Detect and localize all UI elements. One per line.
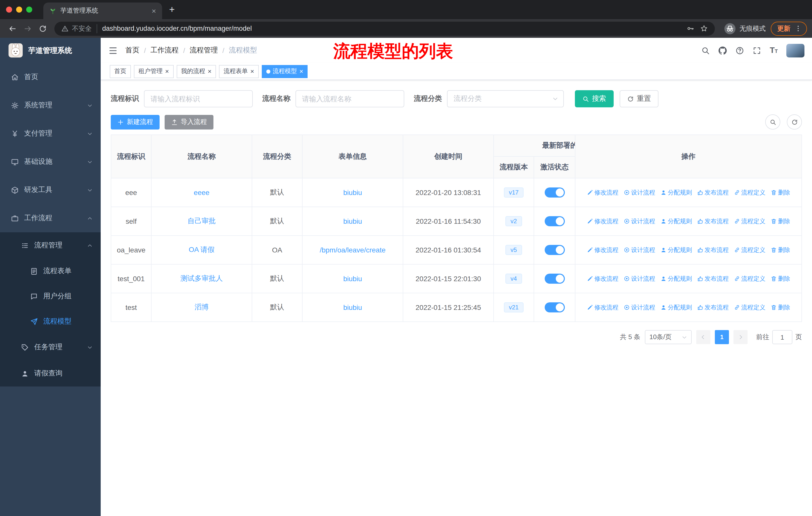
- action-delete[interactable]: 删除: [771, 303, 790, 312]
- process-name-link[interactable]: 滔博: [195, 303, 209, 311]
- zoom-window-button[interactable]: [26, 6, 32, 12]
- active-toggle[interactable]: [545, 274, 564, 284]
- browser-menu-icon[interactable]: [794, 25, 802, 32]
- active-toggle[interactable]: [545, 216, 564, 226]
- forward-button[interactable]: [20, 21, 35, 36]
- process-name-link[interactable]: 测试多审批人: [180, 274, 223, 282]
- reset-button[interactable]: 重置: [620, 90, 659, 107]
- form-link[interactable]: biubiu: [343, 217, 362, 225]
- action-publish[interactable]: 发布流程: [697, 188, 729, 197]
- action-design[interactable]: 设计流程: [624, 188, 655, 197]
- action-edit[interactable]: 修改流程: [587, 188, 618, 197]
- action-definition[interactable]: 流程定义: [734, 303, 765, 312]
- avatar[interactable]: [786, 44, 805, 57]
- sidebar-item-8[interactable]: 用户分组: [0, 284, 101, 309]
- tag-1[interactable]: 租户管理×: [134, 65, 173, 78]
- sidebar-item-2[interactable]: 支付管理: [0, 119, 101, 147]
- form-link[interactable]: biubiu: [343, 275, 362, 283]
- page-size-select[interactable]: 10条/页: [645, 330, 692, 344]
- form-link[interactable]: biubiu: [343, 303, 362, 311]
- filter-name-input[interactable]: [295, 90, 404, 107]
- sidebar-item-4[interactable]: 研发工具: [0, 176, 101, 204]
- tab-close-icon[interactable]: ×: [151, 6, 156, 15]
- action-assign[interactable]: 分配规则: [660, 188, 692, 197]
- action-definition[interactable]: 流程定义: [734, 274, 765, 283]
- reload-button[interactable]: [35, 21, 50, 36]
- close-icon[interactable]: ×: [250, 67, 254, 75]
- action-delete[interactable]: 删除: [771, 188, 790, 197]
- process-name-link[interactable]: eeee: [194, 188, 209, 196]
- action-publish[interactable]: 发布流程: [697, 246, 729, 254]
- process-name-link[interactable]: 自己审批: [187, 217, 216, 225]
- sidebar-item-11[interactable]: 请假查询: [0, 360, 101, 386]
- page-1-button[interactable]: 1: [715, 330, 729, 344]
- close-icon[interactable]: ×: [208, 67, 211, 75]
- sidebar-item-3[interactable]: 基础设施: [0, 147, 101, 176]
- breadcrumb-item-1[interactable]: 工作流程: [150, 46, 179, 55]
- action-edit[interactable]: 修改流程: [587, 246, 618, 254]
- search-icon[interactable]: [701, 46, 710, 55]
- action-edit[interactable]: 修改流程: [587, 274, 618, 283]
- filter-category-select[interactable]: 流程分类: [447, 90, 564, 107]
- next-page-button[interactable]: [733, 330, 748, 344]
- action-delete[interactable]: 删除: [771, 246, 790, 254]
- font-size-icon[interactable]: TT: [770, 46, 778, 55]
- update-chip[interactable]: 更新: [771, 21, 807, 35]
- help-icon[interactable]: [735, 46, 744, 55]
- action-definition[interactable]: 流程定义: [734, 246, 765, 254]
- active-toggle[interactable]: [545, 187, 564, 197]
- action-design[interactable]: 设计流程: [624, 274, 655, 283]
- action-definition[interactable]: 流程定义: [734, 217, 765, 225]
- back-button[interactable]: [5, 21, 20, 36]
- refresh-table-button[interactable]: [787, 114, 802, 130]
- action-assign[interactable]: 分配规则: [660, 274, 692, 283]
- action-delete[interactable]: 删除: [771, 217, 790, 225]
- close-icon[interactable]: ×: [165, 67, 169, 75]
- sidebar-item-7[interactable]: 流程表单: [0, 259, 101, 284]
- address-bar[interactable]: 不安全 dashboard.yudao.iocoder.cn/bpm/manag…: [54, 21, 715, 35]
- active-toggle[interactable]: [545, 302, 564, 313]
- filter-id-input[interactable]: [144, 90, 253, 107]
- fullscreen-icon[interactable]: [753, 46, 761, 55]
- bookmark-star-icon[interactable]: [700, 25, 708, 32]
- action-edit[interactable]: 修改流程: [587, 303, 618, 312]
- action-assign[interactable]: 分配规则: [660, 303, 692, 312]
- action-design[interactable]: 设计流程: [624, 217, 655, 225]
- process-name-link[interactable]: OA 请假: [189, 245, 215, 253]
- key-icon[interactable]: [687, 25, 694, 32]
- new-tab-button[interactable]: +: [169, 4, 175, 15]
- sidebar-item-9[interactable]: 流程模型: [0, 309, 101, 334]
- toggle-search-button[interactable]: [765, 114, 780, 130]
- goto-page-input[interactable]: [772, 330, 792, 344]
- action-assign[interactable]: 分配规则: [660, 217, 692, 225]
- action-publish[interactable]: 发布流程: [697, 274, 729, 283]
- security-chip[interactable]: 不安全: [61, 24, 97, 33]
- tag-4[interactable]: 流程模型×: [262, 65, 308, 78]
- active-toggle[interactable]: [545, 245, 564, 255]
- action-edit[interactable]: 修改流程: [587, 217, 618, 225]
- action-publish[interactable]: 发布流程: [697, 303, 729, 312]
- tag-0[interactable]: 首页: [110, 65, 131, 78]
- sidebar-item-0[interactable]: 首页: [0, 63, 101, 91]
- sidebar-item-6[interactable]: 流程管理: [0, 232, 101, 259]
- browser-tab[interactable]: 芋道管理系统 ×: [43, 2, 162, 19]
- minimize-window-button[interactable]: [16, 6, 22, 12]
- form-link[interactable]: biubiu: [343, 188, 362, 196]
- app-logo-row[interactable]: 芋道管理系统: [0, 38, 101, 63]
- action-design[interactable]: 设计流程: [624, 246, 655, 254]
- breadcrumb-item-2[interactable]: 流程管理: [190, 46, 218, 55]
- sidebar-item-1[interactable]: 系统管理: [0, 91, 101, 119]
- action-delete[interactable]: 删除: [771, 274, 790, 283]
- import-process-button[interactable]: 导入流程: [165, 115, 213, 129]
- action-assign[interactable]: 分配规则: [660, 246, 692, 254]
- action-publish[interactable]: 发布流程: [697, 217, 729, 225]
- prev-page-button[interactable]: [696, 330, 710, 344]
- sidebar-item-5[interactable]: 工作流程: [0, 204, 101, 232]
- action-definition[interactable]: 流程定义: [734, 188, 765, 197]
- action-design[interactable]: 设计流程: [624, 303, 655, 312]
- close-window-button[interactable]: [6, 6, 12, 12]
- create-process-button[interactable]: 新建流程: [111, 115, 160, 129]
- form-link[interactable]: /bpm/oa/leave/create: [320, 246, 386, 254]
- tag-2[interactable]: 我的流程×: [176, 65, 216, 78]
- sidebar-item-10[interactable]: 任务管理: [0, 334, 101, 360]
